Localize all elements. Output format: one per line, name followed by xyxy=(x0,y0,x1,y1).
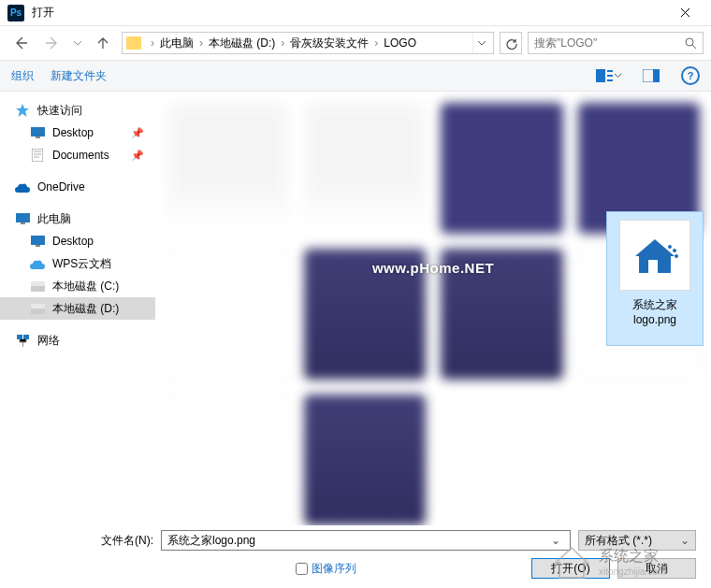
back-button[interactable] xyxy=(7,30,34,56)
breadcrumb-segment[interactable]: 此电脑 xyxy=(160,36,194,51)
svg-point-0 xyxy=(686,38,693,46)
toolbar: 组织 新建文件夹 ? xyxy=(0,60,711,92)
svg-rect-18 xyxy=(17,335,22,339)
pin-icon: 📌 xyxy=(131,150,144,162)
folder-icon xyxy=(126,36,141,50)
breadcrumb: › 此电脑 › 本地磁盘 (D:) › 骨灰级安装文件 › LOGO xyxy=(147,36,472,51)
chevron-right-icon: › xyxy=(374,36,378,50)
svg-rect-11 xyxy=(21,222,25,224)
sidebar-label: Desktop xyxy=(52,235,94,248)
chevron-right-icon: › xyxy=(199,36,203,50)
recent-dropdown[interactable] xyxy=(71,41,84,46)
sidebar-item-wps[interactable]: WPS云文档 xyxy=(0,252,155,275)
navigation-bar: › 此电脑 › 本地磁盘 (D:) › 骨灰级安装文件 › LOGO xyxy=(0,26,711,60)
view-icon xyxy=(596,69,613,82)
preview-icon xyxy=(643,69,660,82)
body: 快速访问 Desktop 📌 Documents 📌 OneDrive 此电脑 … xyxy=(0,92,711,525)
svg-rect-19 xyxy=(23,335,29,339)
image-sequence-checkbox[interactable] xyxy=(296,563,308,575)
svg-rect-8 xyxy=(36,136,40,138)
sidebar: 快速访问 Desktop 📌 Documents 📌 OneDrive 此电脑 … xyxy=(0,92,155,525)
svg-rect-7 xyxy=(31,127,45,136)
svg-rect-2 xyxy=(607,70,613,72)
sidebar-item-onedrive[interactable]: OneDrive xyxy=(0,176,155,198)
sidebar-label: WPS云文档 xyxy=(52,256,111,272)
breadcrumb-segment[interactable]: 本地磁盘 (D:) xyxy=(209,36,275,51)
open-button[interactable]: 打开(O) xyxy=(531,558,610,579)
sidebar-item-disk-c[interactable]: 本地磁盘 (C:) xyxy=(0,275,155,297)
close-icon xyxy=(680,7,690,18)
file-type-value: 所有格式 (*.*) xyxy=(585,533,652,549)
sidebar-label: 网络 xyxy=(37,333,60,349)
forward-button[interactable] xyxy=(39,30,65,56)
sidebar-item-disk-d[interactable]: 本地磁盘 (D:) xyxy=(0,297,155,320)
filename-input[interactable] xyxy=(167,534,547,547)
search-input[interactable] xyxy=(534,36,685,50)
drive-icon xyxy=(30,279,45,294)
svg-rect-12 xyxy=(31,236,45,245)
breadcrumb-segment[interactable]: LOGO xyxy=(384,36,416,50)
sidebar-item-desktop[interactable]: Desktop 📌 xyxy=(0,122,155,144)
chevron-down-icon xyxy=(615,74,621,78)
refresh-icon xyxy=(505,37,517,50)
pc-icon xyxy=(15,211,30,226)
close-button[interactable] xyxy=(666,0,704,26)
desktop-icon xyxy=(30,125,45,140)
svg-point-23 xyxy=(675,254,678,258)
filename-combo[interactable]: ⌄ xyxy=(161,530,571,551)
up-button[interactable] xyxy=(90,30,116,56)
chevron-down-icon: ⌄ xyxy=(680,534,689,547)
organize-menu[interactable]: 组织 xyxy=(11,68,34,84)
house-logo-icon xyxy=(630,234,680,277)
view-mode-button[interactable] xyxy=(595,65,621,87)
search-icon xyxy=(685,37,697,50)
svg-rect-3 xyxy=(607,75,613,77)
search-box[interactable] xyxy=(528,32,704,54)
desktop-icon xyxy=(30,234,45,249)
sidebar-label: Documents xyxy=(52,149,109,162)
documents-icon xyxy=(30,148,45,163)
svg-rect-17 xyxy=(31,304,45,308)
drive-icon xyxy=(30,301,45,316)
sidebar-item-desktop2[interactable]: Desktop xyxy=(0,230,155,252)
sidebar-label: Desktop xyxy=(52,126,94,139)
cloud-icon xyxy=(30,256,45,271)
svg-rect-14 xyxy=(31,285,45,292)
svg-rect-10 xyxy=(16,213,30,222)
chevron-down-icon xyxy=(478,41,486,46)
chevron-down-icon xyxy=(74,41,81,46)
file-item-selected[interactable]: 系统之家 logo.png xyxy=(606,211,704,346)
address-dropdown[interactable] xyxy=(472,33,489,53)
star-icon xyxy=(15,103,30,118)
svg-rect-1 xyxy=(596,69,605,82)
sidebar-item-documents[interactable]: Documents 📌 xyxy=(0,144,155,166)
sidebar-item-network[interactable]: 网络 xyxy=(0,329,155,351)
chevron-down-icon[interactable]: ⌄ xyxy=(547,534,564,547)
svg-rect-9 xyxy=(32,149,43,162)
sidebar-item-thispc[interactable]: 此电脑 xyxy=(0,208,155,230)
file-name: 系统之家 logo.png xyxy=(632,298,677,327)
arrow-right-icon xyxy=(45,36,60,50)
refresh-button[interactable] xyxy=(500,32,522,54)
sidebar-item-quick-access[interactable]: 快速访问 xyxy=(0,99,155,122)
svg-rect-6 xyxy=(653,69,660,82)
arrow-up-icon xyxy=(96,36,109,50)
new-folder-button[interactable]: 新建文件夹 xyxy=(51,68,107,84)
svg-rect-15 xyxy=(31,281,45,286)
image-sequence-option[interactable]: 图像序列 xyxy=(296,561,356,577)
breadcrumb-segment[interactable]: 骨灰级安装文件 xyxy=(290,36,369,51)
svg-rect-16 xyxy=(31,308,45,314)
file-type-dropdown[interactable]: 所有格式 (*.*) ⌄ xyxy=(578,530,696,551)
help-button[interactable]: ? xyxy=(681,66,700,85)
file-pane[interactable]: www.pHome.NET 系统之家 logo.png xyxy=(155,92,711,525)
cancel-button[interactable]: 取消 xyxy=(617,558,696,579)
sidebar-label: 本地磁盘 (D:) xyxy=(52,301,119,317)
address-bar[interactable]: › 此电脑 › 本地磁盘 (D:) › 骨灰级安装文件 › LOGO xyxy=(122,32,494,54)
chevron-right-icon: › xyxy=(151,36,154,50)
network-icon xyxy=(15,333,30,348)
preview-pane-button[interactable] xyxy=(638,65,664,87)
filename-label: 文件名(N): xyxy=(101,533,153,549)
title-bar: Ps 打开 xyxy=(0,0,711,26)
svg-rect-20 xyxy=(648,260,658,273)
sidebar-label: 本地磁盘 (C:) xyxy=(52,279,119,294)
